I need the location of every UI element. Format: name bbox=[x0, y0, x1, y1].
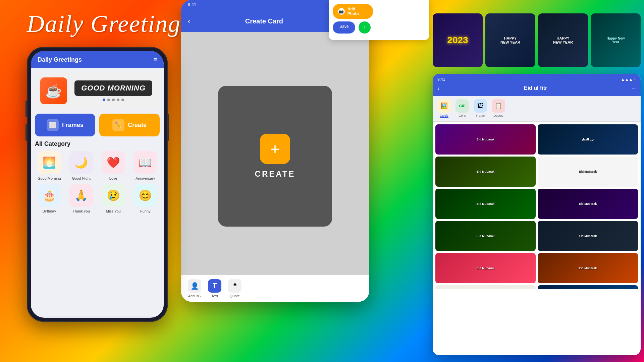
ny-card-1[interactable]: 2023 bbox=[433, 13, 483, 67]
eid-card-8[interactable]: Eid Mubarak bbox=[538, 221, 638, 251]
create-time: 9:41 bbox=[188, 2, 196, 7]
eid-card-9[interactable]: Eid Mubarak bbox=[435, 253, 536, 283]
banner-card: ☕ GOOD MORNING bbox=[35, 72, 160, 110]
banner-dots bbox=[72, 99, 154, 101]
create-button[interactable]: ✏️ Create bbox=[99, 114, 160, 136]
save-share-overlay: 📷 Add Photo Save ↑ bbox=[329, 0, 429, 40]
mug-icon: ☕ bbox=[40, 77, 67, 104]
save-button[interactable]: Save bbox=[333, 21, 355, 34]
dot-4 bbox=[117, 99, 119, 101]
eid-title: Eid ul fitr bbox=[524, 84, 547, 93]
eid-cat-quotes[interactable]: 📋 Quotes bbox=[492, 99, 505, 118]
cat-anniversary-label: Anniversary bbox=[136, 176, 155, 180]
cat-miss-you[interactable]: 😢 Miss You bbox=[99, 184, 128, 213]
eid-card-6[interactable]: Eid Mubarak bbox=[538, 189, 638, 219]
ny-card-4[interactable]: Happy NewYear bbox=[591, 13, 641, 67]
eid-quotes-icon: 📋 bbox=[492, 99, 505, 113]
cat-good-morning[interactable]: 🌅 Good Morning bbox=[35, 151, 64, 180]
cat-good-night[interactable]: 🌙 Good Night bbox=[67, 151, 96, 180]
good-morning-icon-box: 🌅 bbox=[38, 151, 61, 174]
share-icon: ↑ bbox=[363, 24, 366, 31]
text-button[interactable]: T Text bbox=[208, 279, 221, 298]
cat-thank-you-label: Thank you bbox=[73, 209, 90, 213]
love-icon-box: ❤️ bbox=[102, 151, 125, 174]
cat-love-label: Love bbox=[109, 176, 117, 180]
cat-good-night-label: Good Night bbox=[72, 176, 91, 180]
eid-signal: ▲▲▲ ⌇ bbox=[621, 77, 636, 82]
new-year-cards-row: 2023 HAPPYNEW YEAR HAPPYNEW YEAR Happy N… bbox=[433, 13, 641, 67]
cat-funny[interactable]: 😊 Funny bbox=[131, 184, 160, 213]
ny-card-2[interactable]: HAPPYNEW YEAR bbox=[485, 13, 535, 67]
create-canvas-label: CREATE bbox=[255, 169, 296, 179]
phone-app-title: Daily Greetings bbox=[38, 56, 82, 63]
eid-categories: 🖼️ Cards GIF GIF's 🖼 Frame 📋 Quotes bbox=[433, 96, 641, 122]
create-card-phone: 9:41 ▲▲▲ ⌇ ▮▮ ‹ Create Card Next + CREAT… bbox=[181, 0, 369, 302]
eid-card-1[interactable]: Eid Mubarak bbox=[435, 124, 536, 155]
add-bg-label: Add BG bbox=[188, 294, 201, 298]
eid-cards-grid: Eid Mubarak عيد الفطر Eid Mubarak Eid Mu… bbox=[433, 122, 641, 289]
eid-card-7[interactable]: Eid Mubarak bbox=[435, 221, 536, 251]
cat-birthday-label: Birthday bbox=[43, 209, 56, 213]
add-photo-button[interactable]: 📷 Add Photo bbox=[333, 4, 373, 19]
quote-icon: ❝ bbox=[228, 279, 241, 293]
eid-quotes-label: Quotes bbox=[493, 114, 503, 117]
eid-card-10[interactable]: Eid Mubarak bbox=[538, 253, 638, 283]
add-photo-icon: 📷 bbox=[338, 8, 345, 15]
dot-1 bbox=[103, 99, 105, 101]
frames-button[interactable]: ⬜ Frames bbox=[35, 114, 95, 136]
miss-you-icon-box: 😢 bbox=[102, 184, 125, 207]
eid-card-2[interactable]: عيد الفطر bbox=[538, 124, 638, 155]
eid-cat-frame[interactable]: 🖼 Frame bbox=[474, 99, 487, 118]
cat-birthday[interactable]: 🎂 Birthday bbox=[35, 184, 64, 213]
cat-love[interactable]: ❤️ Love bbox=[99, 151, 128, 180]
overlay-action-buttons: Save ↑ bbox=[333, 21, 425, 34]
eid-more-button[interactable]: ··· bbox=[632, 85, 636, 91]
phone-device: Daily Greetings ≡ ☕ GOOD MORNING bbox=[27, 47, 168, 322]
eid-status-bar: 9:41 ▲▲▲ ⌇ bbox=[437, 77, 636, 82]
eid-top-bar: 9:41 ▲▲▲ ⌇ ‹ Eid ul fitr ··· bbox=[433, 74, 641, 96]
menu-icon[interactable]: ≡ bbox=[153, 56, 157, 63]
frames-icon: ⬜ bbox=[47, 119, 59, 131]
eid-card-11[interactable]: Eid Mubarak bbox=[435, 285, 536, 289]
ny-card-3[interactable]: HAPPYNEW YEAR bbox=[538, 13, 588, 67]
add-bg-button[interactable]: 👤 Add BG bbox=[188, 279, 201, 298]
eid-card-12[interactable]: Eid Mubarak bbox=[538, 285, 638, 289]
eid-cat-cards[interactable]: 🖼️ Cards bbox=[437, 99, 451, 118]
quote-label: Quote bbox=[230, 294, 240, 298]
eid-cards-icon: 🖼️ bbox=[437, 99, 451, 113]
dot-3 bbox=[112, 99, 115, 101]
cat-funny-label: Funny bbox=[140, 209, 151, 213]
anniversary-icon-box: 📖 bbox=[133, 151, 157, 174]
cat-thank-you[interactable]: 🙏 Thank you bbox=[67, 184, 96, 213]
category-grid: 🌅 Good Morning 🌙 Good Night ❤️ Love 📖 An… bbox=[35, 151, 160, 213]
right-panel: 2023 HAPPYNEW YEAR HAPPYNEW YEAR Happy N… bbox=[429, 0, 644, 362]
share-button[interactable]: ↑ bbox=[359, 21, 371, 34]
eid-frame-label: Frame bbox=[476, 114, 485, 117]
eid-card-4[interactable]: Eid Mubarak bbox=[538, 157, 638, 187]
eid-frame-icon: 🖼 bbox=[474, 99, 487, 113]
create-bottom-toolbar: 👤 Add BG T Text ❝ Quote bbox=[181, 275, 369, 302]
app-title: Daily Greeting bbox=[27, 10, 181, 38]
eid-phone-panel: 9:41 ▲▲▲ ⌇ ‹ Eid ul fitr ··· 🖼️ Cards GI… bbox=[433, 74, 641, 355]
phone-top-bar: Daily Greetings ≡ bbox=[31, 51, 164, 68]
cat-miss-you-label: Miss You bbox=[106, 209, 121, 213]
eid-card-5[interactable]: Eid Mubarak bbox=[435, 189, 536, 219]
add-photo-label: Add Photo bbox=[347, 7, 368, 16]
create-plus-icon: + bbox=[260, 134, 290, 164]
add-bg-icon: 👤 bbox=[188, 279, 201, 293]
thank-you-icon-box: 🙏 bbox=[69, 184, 93, 207]
text-icon: T bbox=[208, 279, 221, 293]
cat-good-morning-label: Good Morning bbox=[38, 176, 61, 180]
eid-back-button[interactable]: ‹ bbox=[437, 84, 440, 92]
category-title: All Category bbox=[35, 140, 160, 147]
eid-card-3[interactable]: Eid Mubarak bbox=[435, 157, 536, 187]
create-back-button[interactable]: ‹ bbox=[188, 17, 190, 26]
action-buttons: ⬜ Frames ✏️ Create bbox=[35, 114, 160, 136]
quote-button[interactable]: ❝ Quote bbox=[228, 279, 241, 298]
cat-anniversary[interactable]: 📖 Anniversary bbox=[131, 151, 160, 180]
birthday-icon-box: 🎂 bbox=[38, 184, 61, 207]
text-label: Text bbox=[211, 294, 218, 298]
eid-cat-gifs[interactable]: GIF GIF's bbox=[455, 99, 469, 118]
create-card-canvas[interactable]: + CREATE bbox=[218, 86, 332, 227]
create-card-title: Create Card bbox=[245, 17, 283, 25]
